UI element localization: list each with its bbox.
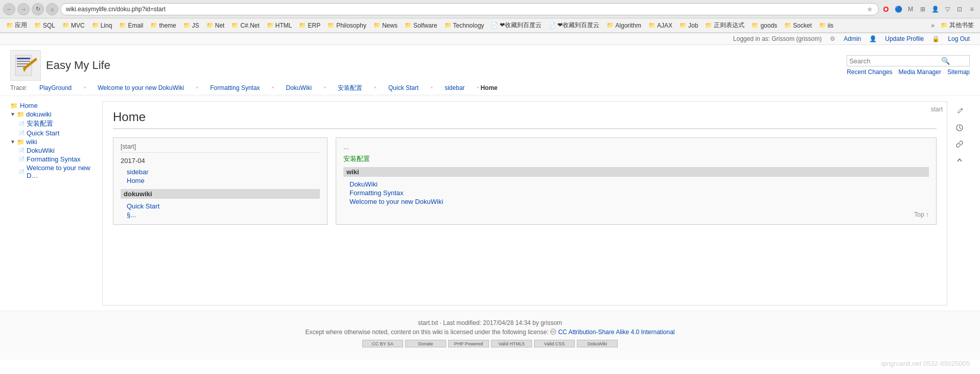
sidebar-item-dokuwiki-sub[interactable]: 📄 DokuWiki (18, 146, 102, 155)
bookmark-sql[interactable]: 📁 SQL (31, 21, 58, 30)
toc-link-section[interactable]: §... (121, 211, 320, 219)
sidebar-quickstart-link[interactable]: Quick Start (27, 129, 59, 137)
home-button[interactable]: ⌂ (46, 3, 58, 15)
bookmark-应用[interactable]: 📁 应用 (3, 20, 30, 31)
sidebar-wiki-link[interactable]: wiki (26, 138, 37, 146)
toc-welcome-link[interactable]: Welcome to your new DokuWiki (343, 197, 929, 206)
link-icon[interactable] (953, 138, 966, 150)
breadcrumb-welcome[interactable]: Welcome to your new DokuWiki (87, 81, 194, 95)
logout-link[interactable]: Log Out (948, 35, 970, 42)
update-profile-link[interactable]: Update Profile (885, 35, 924, 42)
toc-dokuwiki-link[interactable]: DokuWiki (343, 180, 929, 189)
bookmark-erp[interactable]: 📁 ERP (296, 21, 323, 30)
bookmarks-bar: 📁 应用 📁 SQL 📁 MVC 📁 Linq 📁 Email 📁 theme … (0, 18, 980, 33)
bookmark-socket[interactable]: 📁 Socket (781, 21, 815, 30)
bookmark-job[interactable]: 📁 Job (676, 21, 701, 30)
reload-button[interactable]: ↻ (32, 3, 44, 15)
breadcrumb-sidebar[interactable]: sidebar (434, 81, 475, 95)
bookmark-mvc[interactable]: 📁 MVC (59, 21, 88, 30)
toc-date: 2017-04 (121, 157, 320, 165)
search-input[interactable] (849, 57, 941, 65)
footer-badges: CC BY SA Donate PHP Powered Valid HTML5 … (8, 340, 972, 347)
recent-changes-link[interactable]: Recent Changes (847, 68, 892, 76)
browser-icon-7[interactable]: ⊡ (954, 4, 965, 14)
url-text: wiki.easymylife.cn/doku.php?id=start (66, 6, 864, 13)
sidebar-dokuwiki-sub-link[interactable]: DokuWiki (27, 147, 55, 154)
breadcrumb-dokuwiki[interactable]: DokuWiki (276, 81, 322, 95)
sidebar-item-quickstart[interactable]: 📄 Quick Start (18, 129, 102, 137)
sidebar-home-link[interactable]: Home (20, 102, 38, 109)
bookmark-algorithm[interactable]: 📁 Algorithm (603, 21, 644, 30)
sitemap-link[interactable]: Sitemap (947, 68, 970, 76)
other-bookmarks[interactable]: 📁 其他书签 (938, 20, 977, 31)
license-link[interactable]: CC Attribution-Share Alike 4.0 Internati… (558, 329, 674, 336)
edit-icon[interactable] (953, 105, 966, 118)
breadcrumb-install[interactable]: 安装配置 (328, 81, 372, 95)
bookmark-ajax[interactable]: 📁 AJAX (645, 21, 675, 30)
sidebar-welcome-link[interactable]: Welcome to your new D… (27, 164, 102, 179)
bookmark-label: MVC (71, 22, 85, 29)
admin-link[interactable]: Admin (844, 35, 861, 42)
bookmark-baidu2[interactable]: 📄 ❤收藏到百度云 (546, 20, 602, 31)
folder-icon: 📄 (491, 22, 498, 29)
breadcrumb-quickstart[interactable]: Quick Start (378, 81, 429, 95)
search-box[interactable]: 🔍 (847, 55, 970, 66)
more-bookmarks-button[interactable]: » (929, 21, 937, 30)
content-wrapper: start Home [start] 2017-04 sidebar Home … (102, 101, 970, 306)
page-icon: 📄 (18, 148, 25, 153)
bookmark-regex[interactable]: 📁 正则表达式 (702, 20, 748, 31)
bookmark-label: News (382, 22, 398, 29)
sidebar-item-install[interactable]: 📄 安装配置 (18, 119, 102, 129)
media-manager-link[interactable]: Media Manager (899, 68, 941, 76)
bookmark-philosophy[interactable]: 📁 Philosophy (324, 21, 369, 30)
opera-icon[interactable]: O (881, 4, 891, 14)
breadcrumb-formatting[interactable]: Formatting Syntax (200, 81, 270, 95)
address-bar[interactable]: wiki.easymylife.cn/doku.php?id=start ★ (60, 3, 879, 15)
browser-icon-4[interactable]: ⊞ (918, 4, 928, 14)
history-icon[interactable] (953, 122, 966, 134)
bookmark-label: Net (215, 22, 225, 29)
bookmark-email[interactable]: 📁 Email (116, 21, 146, 30)
sidebar-wiki-children: 📄 DokuWiki 📄 Formatting Syntax 📄 Welcome… (10, 146, 102, 180)
toc-link-quickstart[interactable]: Quick Start (121, 202, 320, 211)
bookmark-theme[interactable]: 📁 theme (147, 21, 179, 30)
bookmark-solfware[interactable]: 📁 Solfware (402, 21, 440, 30)
logo-image (10, 50, 41, 81)
browser-icon-8[interactable]: ≡ (967, 4, 977, 14)
browser-icon-6[interactable]: ▽ (942, 4, 952, 14)
sidebar-formatting-link[interactable]: Formatting Syntax (27, 155, 81, 163)
forward-button[interactable]: → (17, 3, 30, 15)
toc-link-sidebar[interactable]: sidebar (121, 168, 320, 176)
browser-icon-5[interactable]: 👤 (930, 4, 940, 14)
toc-link-home[interactable]: Home (121, 176, 320, 185)
breadcrumb-playground[interactable]: PlayGround (29, 81, 82, 95)
browser-icon-2[interactable]: 🔵 (893, 4, 903, 14)
bookmark-iis[interactable]: 📁 iis (816, 21, 836, 30)
toc-formatting-link[interactable]: Formatting Syntax (343, 189, 929, 197)
bookmark-technology[interactable]: 📁 Technology (441, 21, 487, 30)
sidebar-item-wiki[interactable]: ▼ 📁 wiki (10, 137, 102, 146)
sidebar-item-formatting[interactable]: 📄 Formatting Syntax (18, 155, 102, 163)
bookmark-csharpnet[interactable]: 📁 C#.Net (228, 21, 262, 30)
sidebar-install-link[interactable]: 安装配置 (27, 119, 53, 128)
bookmark-js[interactable]: 📁 JS (180, 21, 202, 30)
bookmark-html[interactable]: 📁 HTML (264, 21, 295, 30)
bookmark-linq[interactable]: 📁 Linq (89, 21, 115, 30)
sidebar-item-welcome[interactable]: 📄 Welcome to your new D… (18, 163, 102, 180)
bookmark-goods[interactable]: 📁 goods (749, 21, 780, 30)
sidebar-dokuwiki-link[interactable]: dokuwiki (26, 110, 52, 118)
sidebar-item-home[interactable]: 📁 Home (10, 101, 102, 110)
bookmark-baidu1[interactable]: 📄 ❤收藏到百度云 (488, 20, 545, 31)
top-link[interactable]: Top ↑ (343, 211, 929, 218)
bookmark-news[interactable]: 📁 News (370, 21, 401, 30)
toc-install-link[interactable]: 安装配置 (343, 154, 929, 164)
bookmark-net[interactable]: 📁 Net (203, 21, 228, 30)
up-icon[interactable] (953, 154, 966, 167)
folder-icon: 📁 (34, 22, 41, 29)
main-layout: 📁 Home ▼ 📁 dokuwiki 📄 安装配置 📄 Quick Start (0, 96, 980, 311)
folder-icon: 📁 (17, 111, 25, 118)
browser-icon-3[interactable]: M (905, 4, 916, 14)
sidebar-item-dokuwiki[interactable]: ▼ 📁 dokuwiki (10, 110, 102, 119)
back-button[interactable]: ← (3, 3, 15, 15)
search-button[interactable]: 🔍 (941, 57, 950, 65)
